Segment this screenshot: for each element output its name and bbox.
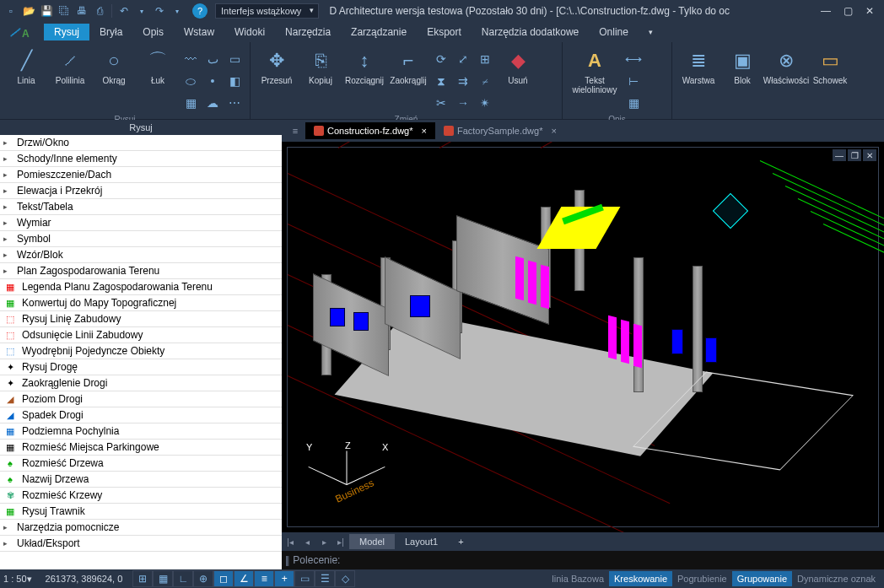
erase-button[interactable]: ◆Usuń [497,46,539,113]
palette-item[interactable]: ▸Tekst/Tabela [0,199,282,215]
arc-button[interactable]: ⌒Łuk [137,46,179,113]
palette-item[interactable]: ◢Poziom Drogi [0,391,282,407]
status-toggle-dynamiczne-oznak[interactable]: Dynamiczne oznak [792,571,881,586]
break-icon[interactable]: ⌿ [475,71,495,91]
layer-button[interactable]: ≣Warstwa [677,46,720,119]
palette-item[interactable]: ✾Rozmieść Krzewy [0,488,282,504]
scale-icon[interactable]: ⤢ [453,49,473,69]
preview-icon[interactable]: ⎙ [92,3,107,19]
ui-style-dropdown[interactable]: Interfejs wstążkowy [215,3,319,19]
polar-icon[interactable]: ⊕ [193,570,213,587]
block-button[interactable]: ▣Blok [721,46,763,119]
redo-drop-icon[interactable]: ▾ [170,3,185,19]
palette-item[interactable]: ♠Rozmieść Drzewa [0,456,282,472]
grid-icon[interactable]: ▦ [153,570,173,587]
menu-expand-icon[interactable]: ▾ [639,25,663,39]
palette-item[interactable]: ▸Symbol [0,231,282,247]
doc-tab[interactable]: FactorySample.dwg*× [435,122,565,139]
palette-item[interactable]: ⬚Wyodrębnij Pojedyncze Obiekty [0,343,282,359]
menu-eksport[interactable]: Eksport [417,24,472,40]
view-minimize-icon[interactable]: — [833,149,846,161]
lwt-icon[interactable]: ≡ [254,570,274,587]
palette-item[interactable]: ▸Narzędzia pomocnicze [0,520,282,536]
view-restore-icon[interactable]: ❐ [848,149,861,161]
menu-rysuj[interactable]: Rysuj [44,24,89,40]
doc-tab[interactable]: Construction-fz.dwg*× [305,122,435,139]
palette-item[interactable]: ▸Wzór/Blok [0,247,282,263]
revcloud-icon[interactable]: ٮ [202,49,223,69]
rect-icon[interactable]: ▭ [224,49,245,69]
polyline-button[interactable]: ⟋Polilinia [49,46,91,113]
palette-item[interactable]: ▦Rozmieść Miejsca Parkingowe [0,440,282,456]
view-cube[interactable] [709,190,752,232]
palette-item[interactable]: ⬚Odsunięcie Linii Zabudowy [0,327,282,343]
menu-widoki[interactable]: Widoki [224,24,275,40]
new-icon[interactable]: ▫ [3,3,19,19]
tab-model[interactable]: Model [349,534,395,549]
fillet-button[interactable]: ⌐Zaokrąglij [387,46,429,113]
ortho-icon[interactable]: ∟ [173,570,193,587]
palette-item[interactable]: ▦Rysuj Trawnik [0,504,282,520]
palette-item[interactable]: ✦Rysuj Drogę [0,359,282,375]
menu-opis[interactable]: Opis [132,24,174,40]
palette-item[interactable]: ▸Schody/Inne elementy [0,151,282,167]
table-icon[interactable]: ▦ [623,93,644,113]
palette-item[interactable]: ▸Pomieszczenie/Dach [0,167,282,183]
spline-icon[interactable]: 〰 [181,49,201,69]
clipboard-button[interactable]: ▭Schowek [809,46,851,119]
command-line[interactable]: ||| Polecenie: [282,551,884,569]
palette-item[interactable]: ◢Spadek Drogi [0,407,282,423]
undo-icon[interactable]: ↶ [116,3,132,19]
open-icon[interactable]: 📂 [21,3,36,19]
palette-item[interactable]: ▸Wymiar [0,215,282,231]
stretch-button[interactable]: ↕Rozciągnij [343,46,385,113]
cloud-icon[interactable]: ☁ [202,93,223,113]
snap-grid-icon[interactable]: ⊞ [132,570,153,587]
trim-icon[interactable]: ✂ [431,93,451,113]
status-toggle-kreskowanie[interactable]: Kreskowanie [609,571,672,586]
view-close-icon[interactable]: ✕ [863,149,876,161]
rotate-icon[interactable]: ⟳ [431,49,451,69]
dim-linear-icon[interactable]: ⟷ [623,49,644,69]
ellipse-icon[interactable]: ⬭ [181,71,201,91]
tab-layout1[interactable]: Layout1 [395,534,448,549]
tab-next-icon[interactable]: ▸ [315,533,332,550]
help-icon[interactable]: ? [192,3,208,19]
palette-item[interactable]: ▦Konwertuj do Mapy Topograficznej [0,295,282,311]
menu-bryła[interactable]: Bryła [89,24,132,40]
cycle-icon[interactable]: ☰ [315,570,335,587]
array-icon[interactable]: ⊞ [475,49,495,69]
maximize-button[interactable]: ▢ [840,3,855,19]
tab-close-icon[interactable]: × [422,126,427,136]
properties-button[interactable]: ⊗Właściwości [765,46,807,119]
tab-close-icon[interactable]: × [551,126,556,136]
extend-icon[interactable]: → [453,93,473,113]
palette-item[interactable]: ▦Legenda Planu Zagospodarowania Terenu [0,279,282,295]
palette-item[interactable]: ⬚Rysuj Linię Zabudowy [0,311,282,327]
palette-item[interactable]: ▸Układ/Eksport [0,536,282,552]
mtext-button[interactable]: ATekst wieloliniowy [568,46,622,113]
dim-icon[interactable]: ⊢ [623,71,644,91]
doc-tab-list-icon[interactable]: ≡ [285,122,305,139]
saveall-icon[interactable]: ⿻ [57,3,72,19]
plot-icon[interactable]: 🖶 [74,3,89,19]
close-button[interactable]: ✕ [862,3,877,19]
line-button[interactable]: ╱Linia [5,46,47,113]
palette-item[interactable]: ▸Elewacja i Przekrój [0,183,282,199]
menu-narzędzia[interactable]: Narzędzia [275,24,341,40]
explode-icon[interactable]: ✴ [475,93,495,113]
offset-icon[interactable]: ⇉ [453,71,473,91]
palette-item[interactable]: ✦Zaokrąglenie Drogi [0,375,282,391]
palette-item[interactable]: ▦Podziemna Pochylnia [0,423,282,440]
palette-item[interactable]: ♠Nazwij Drzewa [0,472,282,488]
dyn-icon[interactable]: + [274,570,294,587]
move-button[interactable]: ✥Przesuń [256,46,298,113]
tab-first-icon[interactable]: |◂ [282,533,299,550]
menu-wstaw[interactable]: Wstaw [174,24,224,40]
model-icon[interactable]: ▭ [294,570,315,587]
save-icon[interactable]: 💾 [39,3,54,19]
region-icon[interactable]: ◧ [224,71,245,91]
drawing-canvas[interactable]: — ❐ ✕ [282,142,884,532]
undo-drop-icon[interactable]: ▾ [134,3,149,19]
menu-narzędzia-dodatkowe[interactable]: Narzędzia dodatkowe [472,24,589,40]
